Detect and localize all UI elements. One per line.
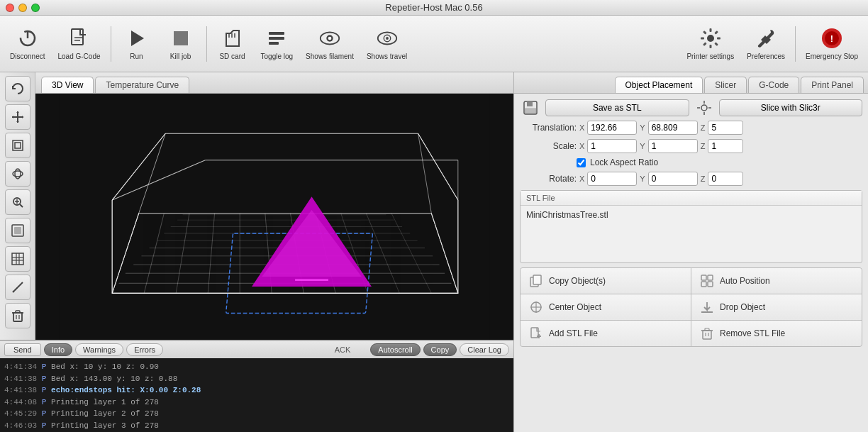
warnings-button[interactable]: Warnings bbox=[75, 343, 123, 356]
svg-line-38 bbox=[20, 204, 23, 207]
minimize-button[interactable] bbox=[18, 4, 27, 12]
translation-row: Translation: X Y Z bbox=[520, 121, 862, 135]
rotate-label: Rotate: bbox=[520, 174, 577, 184]
tab-temperature-curve[interactable]: Temperature Curve bbox=[95, 77, 189, 93]
rotate-z-input[interactable] bbox=[708, 172, 743, 186]
toolbar-preferences[interactable]: Preferences bbox=[741, 23, 791, 65]
toolbar-run[interactable]: Run bbox=[116, 23, 158, 65]
tab-object-placement[interactable]: Object Placement bbox=[615, 77, 703, 93]
svg-point-100 bbox=[701, 105, 707, 111]
svg-rect-56 bbox=[59, 94, 490, 340]
play-icon bbox=[126, 27, 148, 50]
svg-point-15 bbox=[328, 37, 332, 40]
log-line: 4:44:08 P Printing layer 1 of 278 bbox=[4, 397, 509, 409]
rotate-z-group: Z bbox=[701, 172, 744, 186]
maximize-button[interactable] bbox=[31, 4, 40, 12]
auto-position-label: Auto Position bbox=[720, 276, 770, 286]
copy-button[interactable]: Copy bbox=[423, 343, 457, 356]
translation-y-input[interactable] bbox=[648, 121, 698, 135]
toolbar-printer-settings[interactable]: Printer settings bbox=[681, 23, 740, 65]
sidebar-view-btn[interactable] bbox=[5, 218, 30, 243]
translation-y-group: Y bbox=[640, 121, 697, 135]
remove-stl-label: Remove STL File bbox=[720, 328, 785, 338]
stl-header: STL File bbox=[521, 191, 862, 206]
rotate-x-input[interactable] bbox=[587, 172, 637, 186]
stop-icon bbox=[169, 27, 192, 50]
toolbar-sd-card-label: SD card bbox=[219, 52, 245, 60]
eye-icon bbox=[318, 27, 341, 50]
drop-icon bbox=[700, 300, 714, 314]
translation-z-input[interactable] bbox=[708, 121, 743, 135]
svg-rect-119 bbox=[703, 331, 711, 339]
autoscroll-button[interactable]: Autoscroll bbox=[370, 343, 420, 356]
power-icon bbox=[16, 27, 39, 50]
log-timestamp: 4:41:34 bbox=[4, 362, 37, 371]
tab-3d-view[interactable]: 3D View bbox=[41, 77, 94, 93]
svg-line-48 bbox=[13, 282, 23, 292]
drop-object-label: Drop Object bbox=[720, 302, 765, 312]
lock-aspect-label: Lock Aspect Ratio bbox=[590, 157, 658, 167]
scale-y-input[interactable] bbox=[648, 139, 698, 153]
toolbar-load-gcode[interactable]: Load G-Code bbox=[52, 23, 106, 65]
toolbar-sep-3 bbox=[795, 26, 796, 62]
window-controls[interactable] bbox=[6, 4, 40, 12]
clear-log-button[interactable]: Clear Log bbox=[460, 343, 509, 356]
save-stl-button[interactable]: Save as STL bbox=[545, 99, 689, 116]
scale-row: Scale: X Y Z bbox=[520, 139, 862, 153]
log-message: Printing layer 2 of 278 bbox=[51, 409, 159, 418]
remove-stl-button[interactable]: Remove STL File bbox=[691, 321, 862, 346]
sidebar-zoom-fit-btn[interactable] bbox=[5, 133, 30, 158]
log-line: 4:46:03 P Printing layer 3 of 278 bbox=[4, 420, 509, 432]
log-prefix: P bbox=[42, 375, 47, 383]
rotate-y-input[interactable] bbox=[648, 172, 698, 186]
sidebar-grid-btn[interactable] bbox=[5, 246, 30, 272]
log-message: Bed x: 143.00 y: 10 z: 0.88 bbox=[51, 375, 177, 383]
errors-button[interactable]: Errors bbox=[126, 343, 163, 356]
view-area: 3D View Temperature Curve bbox=[35, 72, 513, 340]
toolbar-toggle-log[interactable]: Toggle log bbox=[255, 23, 299, 65]
right-tabs: Object Placement Slicer G-Code Print Pan… bbox=[514, 72, 868, 94]
tab-print-panel[interactable]: Print Panel bbox=[801, 77, 864, 93]
toolbar-disconnect[interactable]: Disconnect bbox=[4, 23, 50, 65]
toolbar-emergency-stop[interactable]: ! Emergency Stop bbox=[800, 23, 864, 65]
svg-rect-22 bbox=[701, 38, 704, 40]
drop-object-button[interactable]: Drop Object bbox=[691, 294, 862, 320]
copy-objects-button[interactable]: Copy Object(s) bbox=[521, 268, 691, 294]
sidebar-rotate-btn[interactable] bbox=[5, 161, 30, 187]
sidebar-zoom-in-btn[interactable] bbox=[5, 189, 30, 215]
tab-g-code[interactable]: G-Code bbox=[748, 77, 799, 93]
tab-slicer[interactable]: Slicer bbox=[704, 77, 747, 93]
auto-position-button[interactable]: Auto Position bbox=[691, 268, 862, 294]
view-tabs: 3D View Temperature Curve bbox=[35, 72, 513, 94]
scale-x-input[interactable] bbox=[587, 139, 637, 153]
sidebar-delete-btn[interactable] bbox=[5, 303, 30, 328]
copy-objects-label: Copy Object(s) bbox=[549, 276, 606, 286]
scale-z-input[interactable] bbox=[708, 139, 743, 153]
svg-point-35 bbox=[13, 171, 23, 177]
svg-rect-33 bbox=[13, 140, 23, 150]
toolbar-shows-travel[interactable]: Shows travel bbox=[361, 23, 413, 65]
toolbar-kill-job[interactable]: Kill job bbox=[160, 23, 202, 65]
sidebar-measure-btn[interactable] bbox=[5, 275, 30, 300]
log-message: Printing layer 3 of 278 bbox=[51, 421, 159, 430]
canvas-area[interactable] bbox=[35, 94, 513, 340]
toolbar-sd-card[interactable]: SD card bbox=[211, 23, 254, 65]
slice-button[interactable]: Slice with Slic3r bbox=[719, 99, 863, 116]
add-stl-button[interactable]: Add STL File bbox=[521, 321, 691, 346]
toolbar-toggle-log-label: Toggle log bbox=[261, 52, 294, 60]
sidebar-refresh-btn[interactable] bbox=[5, 76, 30, 101]
close-button[interactable] bbox=[6, 4, 14, 12]
info-button[interactable]: Info bbox=[44, 343, 72, 356]
log-message: Bed x: 10 y: 10 z: 0.90 bbox=[51, 362, 159, 371]
lock-aspect-checkbox[interactable] bbox=[577, 158, 586, 167]
toolbar-shows-filament-label: Shows filament bbox=[306, 52, 354, 60]
translation-x-input[interactable] bbox=[587, 121, 637, 135]
toolbar-shows-filament[interactable]: Shows filament bbox=[300, 23, 360, 65]
right-panel: Object Placement Slicer G-Code Print Pan… bbox=[513, 72, 868, 432]
center-object-button[interactable]: Center Object bbox=[521, 294, 691, 320]
window-title: Repetier-Host Mac 0.56 bbox=[385, 2, 482, 13]
log-content[interactable]: 4:41:34 P Bed x: 10 y: 10 z: 0.904:41:38… bbox=[0, 358, 513, 432]
send-button[interactable]: Send bbox=[4, 343, 41, 356]
log-message: echo:endstops hit: X:0.00 Z:0.28 bbox=[51, 386, 201, 394]
sidebar-move-btn[interactable] bbox=[5, 104, 30, 130]
